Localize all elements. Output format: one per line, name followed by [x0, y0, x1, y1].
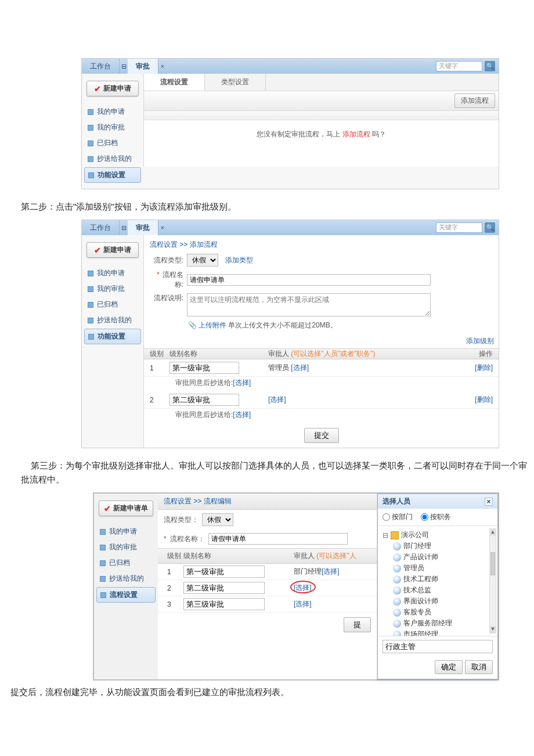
search-icon[interactable]: 🔍 [485, 61, 495, 71]
select-approver-link[interactable]: [选择] [294, 600, 312, 608]
tree-root[interactable]: ⊟演示公司 [383, 530, 493, 541]
tree-role[interactable]: 产品设计师 [393, 552, 493, 563]
radio-by-dept[interactable]: 按部门 [383, 512, 413, 522]
title-bar: 工作台 ⊟ 审批 × 关键字 🔍 [82, 59, 499, 74]
sidebar-item-cc-to-me[interactable]: 抄送给我的 [84, 152, 141, 166]
paperclip-icon: 📎 [188, 321, 197, 329]
selected-role-input[interactable] [383, 640, 493, 653]
sidebar-item-my-approvals[interactable]: 我的审批 [96, 540, 156, 555]
flow-type-select[interactable]: 休假 [202, 513, 233, 526]
tree-role[interactable]: 管理员 [393, 563, 493, 574]
scroll-down-icon[interactable]: ▼ [490, 626, 496, 633]
tree-role[interactable]: 技术工程师 [393, 574, 493, 585]
doc-icon [88, 286, 93, 292]
subtab-flow-settings[interactable]: 流程设置 [144, 74, 205, 91]
level-name-input[interactable] [169, 362, 239, 374]
sidebar-item-archived[interactable]: 已归档 [96, 556, 156, 570]
tab-pin-icon[interactable]: ⊟ [120, 59, 128, 74]
level-name-input[interactable] [169, 394, 239, 406]
sidebar-label: 流程设置 [110, 590, 138, 600]
tree-role[interactable]: 客户服务部经理 [393, 618, 493, 629]
search-input[interactable]: 关键字 [436, 222, 482, 233]
doc-icon [88, 334, 94, 340]
submit-button[interactable]: 提交 [304, 428, 339, 443]
sidebar-item-archived[interactable]: 已归档 [84, 136, 141, 150]
sidebar-item-my-requests[interactable]: 我的申请 [84, 266, 141, 280]
new-request-button[interactable]: ✔ 新建申请单 [99, 501, 153, 516]
flow-desc-textarea[interactable] [187, 293, 431, 316]
search-input[interactable]: 关键字 [436, 61, 482, 71]
sidebar-label: 抄送给我的 [109, 574, 144, 584]
sidebar-item-flow-settings[interactable]: 流程设置 [96, 587, 156, 603]
tree-role[interactable]: 客股专员 [393, 607, 493, 618]
tree-role[interactable]: 部门经理 [393, 541, 493, 552]
select-approver-link[interactable]: [选择] [322, 567, 340, 575]
tab-close-icon[interactable]: × [158, 59, 167, 74]
radio-by-job[interactable]: 按职务 [421, 512, 451, 522]
role-icon [393, 564, 401, 573]
subtab-type-settings[interactable]: 类型设置 [205, 74, 266, 91]
sidebar-item-cc-to-me[interactable]: 抄送给我的 [96, 571, 156, 586]
doc-icon [100, 560, 106, 566]
sidebar-label: 抄送给我的 [97, 154, 132, 164]
level-name-input[interactable] [183, 598, 265, 610]
col-level: 级别 [158, 551, 183, 561]
sidebar-item-cc-to-me[interactable]: 抄送给我的 [84, 313, 141, 327]
flow-name-input[interactable] [187, 274, 431, 286]
tab-workspace[interactable]: 工作台 [82, 59, 120, 74]
add-level-link[interactable]: 添加级别 [466, 336, 494, 346]
add-flow-button[interactable]: 添加流程 [454, 93, 495, 108]
sidebar-item-settings[interactable]: 功能设置 [84, 167, 141, 183]
sidebar-label: 已归档 [109, 558, 130, 568]
tree-role[interactable]: 界面设计师 [393, 596, 493, 607]
doc-icon [88, 318, 93, 323]
sidebar-item-my-approvals[interactable]: 我的审批 [84, 120, 141, 135]
flow-name-input[interactable] [208, 533, 348, 545]
submit-button[interactable]: 提 [344, 617, 371, 632]
tab-close-icon[interactable]: × [158, 220, 167, 235]
tree-role[interactable]: 市场部经理 [393, 629, 493, 636]
cc-select-link[interactable]: [选择] [233, 411, 251, 419]
tree-scrollbar[interactable]: ▲ ▼ [489, 528, 496, 633]
role-icon [393, 620, 401, 628]
select-approver-link[interactable]: [选择] [268, 395, 286, 404]
new-request-button[interactable]: ✔ 新建申请 [86, 242, 139, 258]
sidebar-item-settings[interactable]: 功能设置 [84, 329, 141, 344]
scroll-up-icon[interactable]: ▲ [490, 529, 496, 536]
select-approver-link[interactable]: [选择] [291, 363, 309, 372]
sidebar-item-my-requests[interactable]: 我的申请 [96, 524, 156, 539]
tab-approval[interactable]: 审批 [128, 59, 158, 74]
upload-link[interactable]: 上传附件 [199, 321, 226, 329]
flow-type-label: 流程类型: [150, 255, 183, 265]
add-type-link[interactable]: 添加类型 [225, 255, 253, 265]
role-icon [393, 597, 401, 606]
tab-workspace[interactable]: 工作台 [82, 220, 120, 235]
flow-type-select[interactable]: 休假 [187, 254, 218, 267]
cancel-button[interactable]: 取消 [465, 660, 493, 674]
new-request-button[interactable]: ✔ 新建申请 [86, 81, 139, 96]
sidebar-item-my-requests[interactable]: 我的申请 [84, 105, 141, 119]
level-name-input[interactable] [183, 582, 265, 594]
delete-link[interactable]: [删除] [475, 363, 493, 372]
search-icon[interactable]: 🔍 [485, 222, 495, 233]
add-flow-link[interactable]: 添加流程 [342, 130, 370, 138]
org-icon [391, 531, 399, 539]
step3-paragraph: 第三步：为每个审批级别选择审批人。审批人可以按部门选择具体的人员，也可以选择某一… [0, 448, 534, 492]
sidebar-item-archived[interactable]: 已归档 [84, 297, 141, 312]
scroll-thumb[interactable] [490, 552, 495, 575]
cc-select-link[interactable]: [选择] [233, 379, 251, 387]
tree-role[interactable]: 技术总监 [393, 585, 493, 596]
level-row: 3 [选择] [158, 596, 377, 613]
tab-approval[interactable]: 审批 [128, 220, 158, 235]
ok-button[interactable]: 确定 [435, 660, 463, 674]
delete-link[interactable]: [删除] [475, 395, 493, 404]
close-icon[interactable]: × [485, 498, 493, 506]
sub-tabs: 流程设置 类型设置 [144, 74, 499, 91]
sidebar-item-my-approvals[interactable]: 我的审批 [84, 282, 141, 296]
select-approver-link[interactable]: [选择] [294, 584, 312, 592]
level-number: 3 [158, 600, 183, 609]
level-number: 1 [158, 568, 183, 576]
role-icon [393, 553, 401, 561]
level-name-input[interactable] [183, 566, 265, 578]
tab-pin-icon[interactable]: ⊟ [120, 220, 128, 235]
